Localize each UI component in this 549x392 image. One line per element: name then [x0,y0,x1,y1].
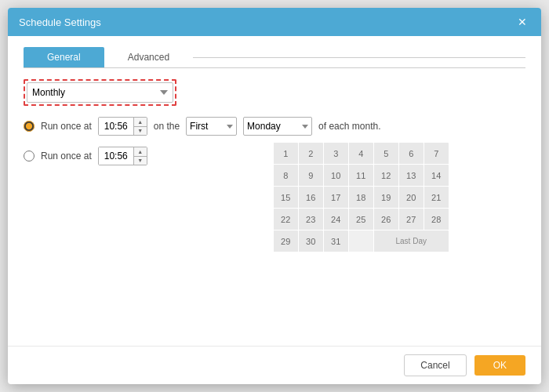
cal-cell[interactable]: 2 [298,143,323,165]
run-once-label-1: Run once at [41,121,92,132]
dialog-title: Schedule Settings [19,16,101,28]
cal-cell[interactable]: 24 [323,209,348,230]
cal-row-5: 29 30 31 Last Day [273,230,449,252]
cal-cell[interactable]: 31 [323,230,348,252]
cal-row-2: 8 9 10 11 12 13 14 [273,165,449,187]
suffix-label: of each month. [318,121,380,132]
footer: Cancel OK [8,346,541,384]
schedule-type-select[interactable]: Monthly Daily Weekly Yearly [27,82,173,103]
cal-cell[interactable]: 5 [373,143,398,165]
tab-advanced[interactable]: Advanced [104,47,193,67]
cal-cell[interactable]: 29 [273,230,298,252]
cal-cell[interactable]: 15 [273,187,298,209]
cal-cell[interactable]: 1 [273,143,298,165]
cancel-button[interactable]: Cancel [404,354,466,376]
cal-cell[interactable]: 12 [373,165,398,187]
cal-cell[interactable]: 21 [424,187,449,209]
on-the-label: on the [154,121,180,132]
cal-cell[interactable]: 27 [398,209,424,230]
cal-cell[interactable]: 7 [424,143,449,165]
radio-option-1[interactable] [24,121,35,132]
cal-cell[interactable]: 22 [273,209,298,230]
title-bar: Schedule Settings ✕ [8,8,541,36]
time-input-2[interactable] [99,147,133,165]
cal-cell[interactable]: 6 [398,143,424,165]
content-area: General Advanced Monthly Daily Weekly Ye… [8,36,541,346]
cal-cell-empty [348,230,373,252]
cal-cell[interactable]: 26 [373,209,398,230]
spin-down-1[interactable]: ▼ [134,127,147,136]
cal-cell[interactable]: 13 [398,165,424,187]
cal-cell[interactable]: 30 [298,230,323,252]
cal-cell[interactable]: 8 [273,165,298,187]
schedule-type-wrapper: Monthly Daily Weekly Yearly [24,79,176,106]
spin-up-2[interactable]: ▲ [134,147,147,157]
cal-cell[interactable]: 18 [348,187,373,209]
spin-down-2[interactable]: ▼ [134,157,147,165]
cal-cell[interactable]: 16 [298,187,323,209]
radio-row-1: Run once at ▲ ▼ on the First Second Thir… [24,117,525,136]
time-input-1[interactable] [99,118,133,135]
row2-wrapper: Run once at ▲ ▼ 1 2 3 [24,147,525,252]
tab-general[interactable]: General [24,47,104,67]
close-button[interactable]: ✕ [514,14,530,30]
cal-last-day[interactable]: Last Day [373,230,449,252]
cal-cell[interactable]: 3 [323,143,348,165]
cal-cell[interactable]: 19 [373,187,398,209]
radio-option-2[interactable] [24,151,35,162]
cal-cell[interactable]: 10 [323,165,348,187]
spin-arrows-2: ▲ ▼ [133,147,147,165]
radio-row-2: Run once at ▲ ▼ [24,147,147,165]
cal-cell[interactable]: 17 [323,187,348,209]
tabs-container: General Advanced [24,47,525,68]
run-once-label-2: Run once at [41,151,92,162]
time-spinner-2[interactable]: ▲ ▼ [98,147,147,165]
spin-arrows-1: ▲ ▼ [133,118,147,135]
cal-cell[interactable]: 11 [348,165,373,187]
day-select[interactable]: Monday Tuesday Wednesday Thursday Friday… [243,117,312,136]
cal-cell[interactable]: 23 [298,209,323,230]
cal-cell[interactable]: 4 [348,143,373,165]
calendar-grid: 1 2 3 4 5 6 7 8 9 10 11 [273,142,449,252]
cal-cell[interactable]: 20 [398,187,424,209]
position-select[interactable]: First Second Third Fourth Last [186,117,237,136]
cal-cell[interactable]: 28 [424,209,449,230]
cal-cell[interactable]: 9 [298,165,323,187]
cal-row-3: 15 16 17 18 19 20 21 [273,187,449,209]
cal-cell[interactable]: 25 [348,209,373,230]
cal-cell[interactable]: 14 [424,165,449,187]
cal-row-1: 1 2 3 4 5 6 7 [273,143,449,165]
ok-button[interactable]: OK [474,355,525,376]
cal-row-4: 22 23 24 25 26 27 28 [273,209,449,230]
spin-up-1[interactable]: ▲ [134,118,147,127]
time-spinner-1[interactable]: ▲ ▼ [98,117,147,136]
calendar-table: 1 2 3 4 5 6 7 8 9 10 11 [273,142,449,252]
tab-divider [193,57,525,58]
dialog: Schedule Settings ✕ General Advanced Mon… [8,8,541,384]
